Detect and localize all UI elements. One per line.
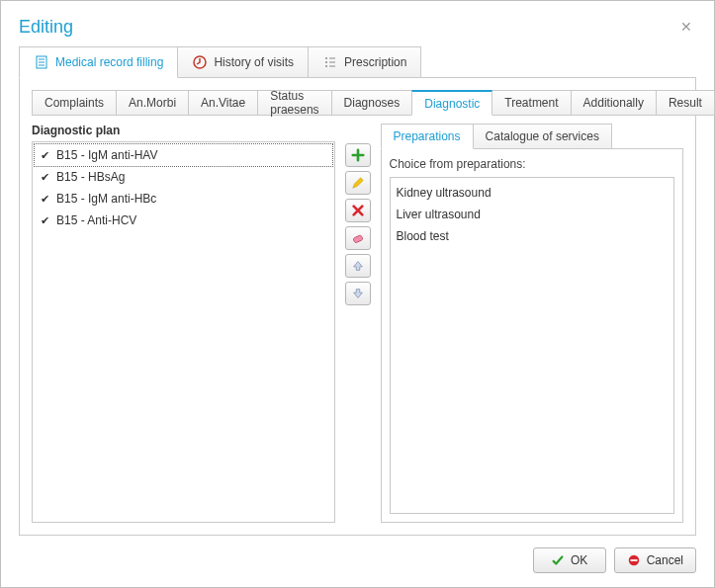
subtab-complaints[interactable]: Complaints (32, 90, 117, 116)
diagnostic-plan-list[interactable]: ✔ B15 - IgM anti-HAV ✔ B15 - HBsAg ✔ B15… (32, 141, 335, 523)
checkmark-icon: ✔ (39, 193, 50, 205)
preparations-panel: Choice from preparations: Kidney ultraso… (381, 149, 684, 523)
tab-label: Medical record filling (55, 55, 163, 69)
list-item[interactable]: ✔ B15 - Anti-HCV (35, 210, 332, 231)
tab-prescription[interactable]: Prescription (308, 46, 421, 78)
svg-point-5 (325, 57, 327, 59)
history-icon (192, 54, 208, 70)
close-icon[interactable]: ✕ (676, 15, 696, 39)
cancel-stop-icon (627, 553, 641, 567)
edit-button[interactable] (345, 171, 371, 195)
svg-point-6 (325, 61, 327, 63)
checkmark-icon: ✔ (39, 214, 50, 226)
main-tab-strip: Medical record filling History of visits… (1, 46, 714, 78)
cancel-button[interactable]: Cancel (614, 547, 696, 573)
dialog-footer: OK Cancel (1, 536, 714, 587)
subtab-result[interactable]: Result (656, 90, 715, 116)
eraser-icon (351, 231, 365, 245)
record-sub-tabs: Complaints An.Morbi An.Vitae Status prae… (32, 90, 683, 116)
tab-label: Prescription (344, 55, 406, 69)
cancel-label: Cancel (647, 553, 683, 567)
svg-rect-11 (352, 235, 362, 243)
preparations-list[interactable]: Kidney ultrasound Liver ultrasound Blood… (390, 177, 675, 514)
add-button[interactable] (345, 143, 371, 167)
cross-icon (351, 204, 365, 217)
list-item[interactable]: ✔ B15 - IgM anti-HBc (35, 188, 332, 210)
content-frame: Complaints An.Morbi An.Vitae Status prae… (19, 78, 696, 536)
subtab-diagnoses[interactable]: Diagnoses (331, 90, 413, 116)
list-item[interactable]: Blood test (397, 225, 669, 247)
plus-icon (351, 148, 365, 162)
arrow-down-icon (351, 287, 365, 300)
diagnostic-body: Diagnostic plan ✔ B15 - IgM anti-HAV ✔ B… (32, 124, 683, 523)
tab-label: History of visits (214, 55, 294, 69)
list-item-label: B15 - IgM anti-HBc (56, 192, 156, 206)
tab-medical-record-filling[interactable]: Medical record filling (19, 46, 178, 78)
checkmark-icon: ✔ (39, 149, 50, 161)
subtab-diagnostic[interactable]: Diagnostic (411, 90, 492, 116)
list-item[interactable]: Liver ultrasound (397, 204, 669, 225)
tab-history-of-visits[interactable]: History of visits (177, 46, 309, 78)
diagnostic-plan-column: Diagnostic plan ✔ B15 - IgM anti-HAV ✔ B… (32, 124, 335, 523)
pencil-icon (351, 176, 365, 190)
delete-button[interactable] (345, 199, 371, 222)
tab-catalogue-of-services[interactable]: Catalogue of services (473, 124, 612, 149)
subtab-an-morbi[interactable]: An.Morbi (116, 90, 189, 116)
prescription-list-icon (322, 54, 338, 70)
preparations-tabs: Preparations Catalogue of services (381, 124, 684, 149)
move-down-button[interactable] (345, 282, 371, 305)
list-item-label: B15 - Anti-HCV (56, 213, 136, 227)
list-item[interactable]: ✔ B15 - HBsAg (35, 166, 332, 188)
list-item[interactable]: Kidney ultrasound (397, 182, 669, 204)
move-up-button[interactable] (345, 254, 371, 278)
list-item-label: B15 - HBsAg (56, 170, 125, 184)
subtab-status-praesens[interactable]: Status praesens (257, 90, 331, 116)
preparations-column: Preparations Catalogue of services Choic… (381, 124, 684, 523)
title-bar: Editing ✕ (1, 1, 714, 46)
ok-button[interactable]: OK (533, 547, 606, 573)
choice-from-preparations-label: Choice from preparations: (390, 157, 675, 171)
svg-point-7 (325, 65, 327, 67)
subtab-an-vitae[interactable]: An.Vitae (188, 90, 258, 116)
diagnostic-plan-title: Diagnostic plan (32, 124, 335, 137)
list-item[interactable]: ✔ B15 - IgM anti-HAV (35, 144, 332, 166)
svg-rect-13 (630, 559, 637, 561)
ok-label: OK (571, 553, 587, 567)
clear-button[interactable] (345, 226, 371, 250)
subtab-additionally[interactable]: Additionally (571, 90, 657, 116)
tab-preparations[interactable]: Preparations (381, 124, 474, 149)
document-icon (34, 54, 49, 70)
subtab-treatment[interactable]: Treatment (492, 90, 571, 116)
plan-toolbar (343, 124, 373, 523)
window-title: Editing (19, 17, 73, 38)
list-item-label: B15 - IgM anti-HAV (56, 148, 157, 162)
editing-dialog: Editing ✕ Medical record filling History… (0, 0, 715, 588)
ok-check-icon (551, 553, 565, 567)
checkmark-icon: ✔ (39, 171, 50, 183)
arrow-up-icon (351, 259, 365, 273)
